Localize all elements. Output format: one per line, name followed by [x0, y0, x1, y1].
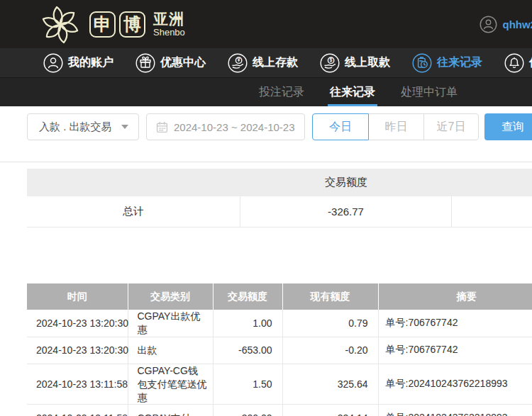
summary-empty-cell — [452, 196, 532, 227]
cell-balance: 325.64 — [282, 364, 378, 405]
summary-header-amount: 交易额度 — [240, 176, 452, 189]
section-divider — [0, 162, 532, 162]
records-header-row: 时间 交易类别 交易额度 现有额度 摘要 — [27, 283, 532, 310]
svg-text:¥: ¥ — [238, 57, 240, 62]
cell-note: 单号:202410243762218993 — [378, 364, 532, 405]
brand-region-en: Shenbo — [153, 28, 185, 37]
table-row: 2024-10-23 13:20:30 出款 -653.00 -0.20 单号:… — [27, 337, 532, 364]
cell-category: CGPAY-CG钱包支付笔笔送优惠 — [128, 364, 213, 405]
bell-icon — [504, 53, 524, 73]
cell-note: 单号:706767742 — [378, 337, 532, 364]
deposit-icon: ¥ — [228, 53, 248, 73]
cell-note: 单号:706767742 — [378, 310, 532, 337]
nav-item-deposit[interactable]: ¥ 线上存款 — [228, 53, 298, 73]
tab-pending-orders[interactable]: 处理中订单 — [399, 78, 460, 106]
cell-category: CGPAY出款优惠 — [128, 310, 213, 337]
nav-label: 线上存款 — [253, 55, 298, 70]
cell-time: 2024-10-23 13:11:58 — [27, 405, 128, 416]
nav-label: 线上取款 — [345, 55, 390, 70]
nav-label: 优惠中心 — [160, 55, 206, 70]
transaction-type-select[interactable]: 入款 . 出款交易 — [27, 113, 139, 140]
col-header-category: 交易类别 — [128, 283, 213, 310]
date-range-value: 2024-10-23 ~ 2024-10-23 — [174, 121, 295, 133]
cell-time: 2024-10-23 13:20:30 — [27, 310, 128, 337]
summary-total-row: 总计 -326.77 — [27, 196, 532, 227]
cell-balance: -0.20 — [282, 337, 378, 364]
today-button[interactable]: 今日 — [312, 113, 369, 140]
cell-time: 2024-10-23 13:11:58 — [27, 364, 128, 405]
col-header-time: 时间 — [27, 283, 128, 310]
cell-time: 2024-10-23 13:20:30 — [27, 337, 128, 364]
col-header-balance: 现有额度 — [282, 283, 378, 310]
col-header-note: 摘要 — [378, 283, 532, 310]
cell-amount: -653.00 — [213, 337, 282, 364]
table-row: 2024-10-23 13:11:58 CGPAY支付 300.00 324.1… — [27, 405, 532, 416]
nav-label: 往来记录 — [437, 55, 482, 70]
brand-char-2: 博 — [119, 11, 145, 38]
table-row: 2024-10-23 13:11:58 CGPAY-CG钱包支付笔笔送优惠 1.… — [27, 364, 532, 405]
user-avatar-icon — [480, 16, 497, 33]
summary-total-value: -326.77 — [240, 196, 452, 227]
search-button[interactable]: 查询 — [484, 113, 532, 140]
cell-category: CGPAY支付 — [128, 405, 213, 416]
chevron-down-icon — [121, 125, 128, 129]
cell-amount: 1.50 — [213, 364, 282, 405]
gift-icon — [135, 53, 155, 73]
col-header-amount: 交易额度 — [213, 283, 282, 310]
flower-logo-icon — [37, 1, 84, 47]
transaction-type-value: 入款 . 出款交易 — [39, 120, 112, 134]
main-nav: 我的账户 优惠中心 ¥ 线上存款 — [0, 48, 532, 78]
account-icon — [43, 53, 63, 73]
tab-transaction-records[interactable]: 往来记录 — [328, 78, 377, 106]
calendar-icon — [156, 121, 168, 133]
user-menu[interactable]: qhhw2 — [480, 16, 532, 33]
nav-item-withdraw[interactable]: $ 线上取款 — [320, 53, 390, 73]
cell-amount: 1.00 — [213, 310, 282, 337]
tab-betting-records[interactable]: 投注记录 — [257, 78, 306, 106]
cell-balance: 324.14 — [282, 405, 378, 416]
records-icon — [412, 53, 432, 73]
nav-label: 我的账户 — [68, 55, 113, 70]
nav-item-messages[interactable]: 信息 — [504, 53, 532, 73]
yesterday-button[interactable]: 昨日 — [369, 113, 424, 140]
nav-item-promotions[interactable]: 优惠中心 — [135, 53, 206, 73]
date-range-input[interactable]: 2024-10-23 ~ 2024-10-23 — [146, 113, 305, 140]
summary-total-label: 总计 — [27, 196, 240, 227]
quick-date-group: 今日 昨日 近7日 — [312, 113, 479, 140]
brand-region-cn: 亚洲 — [153, 11, 185, 26]
nav-item-transactions[interactable]: 往来记录 — [412, 53, 482, 73]
brand-region: 亚洲 Shenbo — [153, 11, 185, 37]
brand-logo[interactable]: 申 博 亚洲 Shenbo — [37, 1, 185, 47]
page: 申 博 亚洲 Shenbo qhhw2 我的账 — [0, 0, 532, 416]
filter-bar: 入款 . 出款交易 2024-10-23 ~ 2024-10-23 今日 昨日 … — [27, 113, 532, 140]
brand-char-1: 申 — [89, 11, 116, 38]
withdraw-icon: $ — [320, 53, 340, 73]
sub-nav: 投注记录 往来记录 处理中订单 — [0, 78, 532, 106]
cell-note: 单号:202410243762218993 — [378, 405, 532, 416]
cell-category: 出款 — [128, 337, 213, 364]
username: qhhw2 — [503, 18, 532, 30]
table-row: 2024-10-23 13:20:30 CGPAY出款优惠 1.00 0.79 … — [27, 310, 532, 337]
nav-item-my-account[interactable]: 我的账户 — [43, 53, 113, 73]
records-table: 时间 交易类别 交易额度 现有额度 摘要 2024-10-23 13:20:30… — [27, 283, 532, 416]
cell-amount: 300.00 — [213, 405, 282, 416]
last7days-button[interactable]: 近7日 — [423, 113, 479, 140]
cell-balance: 0.79 — [282, 310, 378, 337]
nav-label: 信息 — [529, 55, 532, 70]
svg-text:$: $ — [330, 57, 333, 63]
brand-wordmark: 申 博 亚洲 Shenbo — [89, 11, 185, 38]
topbar: 申 博 亚洲 Shenbo qhhw2 — [0, 0, 532, 48]
summary-header-row: 交易额度 — [27, 169, 532, 196]
summary-table: 交易额度 总计 -326.77 — [27, 169, 532, 227]
